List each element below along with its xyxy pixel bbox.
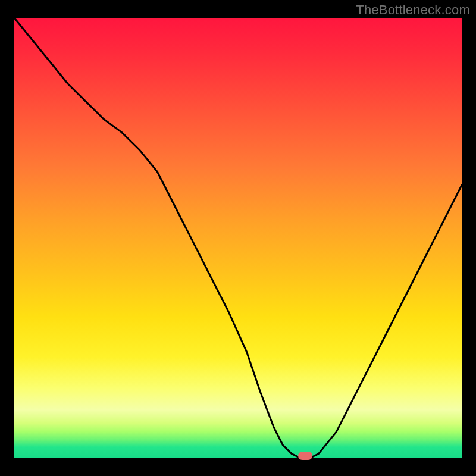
plot-area <box>14 18 462 458</box>
chart-frame: TheBottleneck.com <box>0 0 476 476</box>
watermark-text: TheBottleneck.com <box>356 2 470 18</box>
optimal-point-marker <box>298 452 312 460</box>
bottleneck-curve <box>14 18 462 458</box>
